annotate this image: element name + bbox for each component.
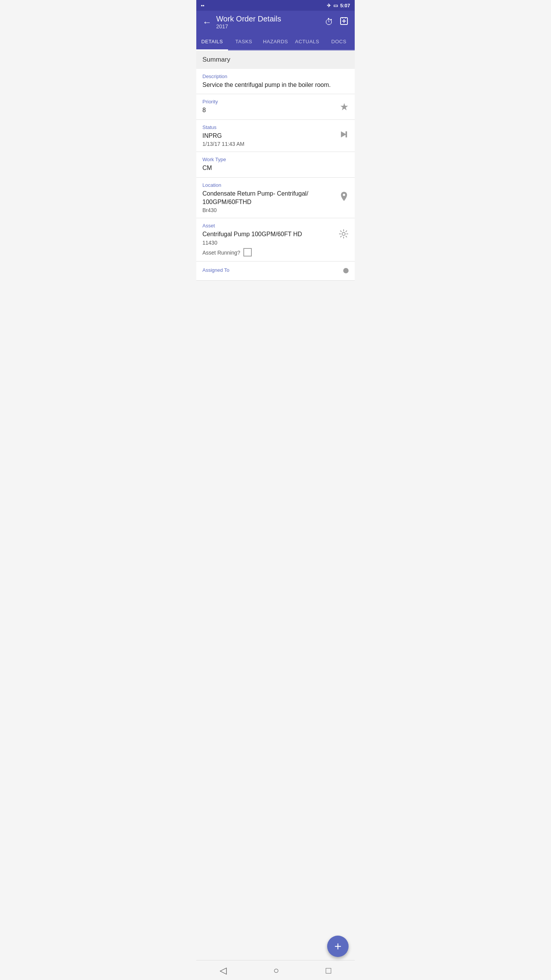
svg-point-7 [343,194,345,196]
status-play-icon[interactable] [338,129,349,142]
description-field[interactable]: Description Service the centrifugal pump… [196,69,355,94]
airplane-icon: ✈ [327,3,331,8]
tabs-bar: DETAILS TASKS HAZARDS ACTUALS DOCS [196,33,355,51]
status-date: 1/13/17 11:43 AM [202,141,245,147]
location-value: Condensate Return Pump- Centrifugal/ 100… [202,189,327,207]
battery-icon: ▭ [333,3,338,8]
asset-running-checkbox[interactable] [243,248,252,256]
asset-code: 11430 [202,240,326,246]
asset-running-row: Asset Running? [202,248,326,256]
tab-tasks[interactable]: TASKS [228,33,260,50]
timer-icon[interactable]: ⏱ [325,17,333,27]
svg-rect-6 [346,131,347,137]
status-value: INPRG [202,132,245,140]
header-subtitle: 2017 [216,23,281,29]
star-icon[interactable]: ★ [340,101,349,113]
work-type-field[interactable]: Work Type CM [196,152,355,177]
add-header-icon[interactable] [339,16,349,28]
asset-content: Asset Centrifugal Pump 100GPM/60FT HD 11… [202,223,339,256]
assigned-to-dot-icon [343,268,349,273]
header-title-group: Work Order Details 2017 [216,15,281,29]
assigned-to-content: Assigned To [202,267,230,274]
svg-marker-5 [341,131,346,137]
work-type-label: Work Type [202,157,349,162]
sim-icon: ▪▪ [201,3,204,8]
header-left: ← Work Order Details 2017 [202,15,281,29]
header-right: ⏱ [325,16,349,28]
header: ← Work Order Details 2017 ⏱ [196,11,355,33]
priority-field[interactable]: Priority 8 ★ [196,94,355,119]
summary-section-header: Summary [196,51,355,69]
status-field[interactable]: Status INPRG 1/13/17 11:43 AM [196,120,355,152]
priority-value: 8 [202,106,218,114]
priority-content: Priority 8 [202,99,218,114]
status-bar-right: ✈ ▭ 5:07 [327,3,350,8]
time-display: 5:07 [340,3,350,8]
description-value: Service the centrifugal pump in the boil… [202,81,349,89]
status-bar: ▪▪ ✈ ▭ 5:07 [196,0,355,11]
asset-running-label: Asset Running? [202,250,240,256]
status-label: Status [202,124,245,130]
asset-field[interactable]: Asset Centrifugal Pump 100GPM/60FT HD 11… [196,218,355,261]
gear-icon[interactable] [339,229,349,241]
location-field[interactable]: Location Condensate Return Pump- Centrif… [196,178,355,219]
status-bar-left: ▪▪ [201,3,204,8]
svg-point-8 [342,232,345,235]
location-code: Br430 [202,207,327,213]
location-label: Location [202,182,327,188]
priority-label: Priority [202,99,218,105]
tab-hazards[interactable]: HAZARDS [260,33,292,50]
assigned-to-label: Assigned To [202,267,230,273]
location-content: Location Condensate Return Pump- Centrif… [202,182,339,214]
asset-value: Centrifugal Pump 100GPM/60FT HD [202,230,326,238]
description-label: Description [202,74,349,79]
asset-label: Asset [202,223,326,229]
assigned-to-field[interactable]: Assigned To [196,261,355,281]
back-button[interactable]: ← [202,17,212,28]
tab-details[interactable]: DETAILS [196,33,228,50]
tab-docs[interactable]: DOCS [323,33,355,50]
work-type-value: CM [202,164,349,172]
summary-label: Summary [202,56,230,63]
location-pin-icon[interactable] [339,191,349,204]
status-content: Status INPRG 1/13/17 11:43 AM [202,124,245,147]
content-area: Summary Description Service the centrifu… [196,51,355,281]
header-title: Work Order Details [216,15,281,23]
tab-actuals[interactable]: ACTUALS [291,33,323,50]
